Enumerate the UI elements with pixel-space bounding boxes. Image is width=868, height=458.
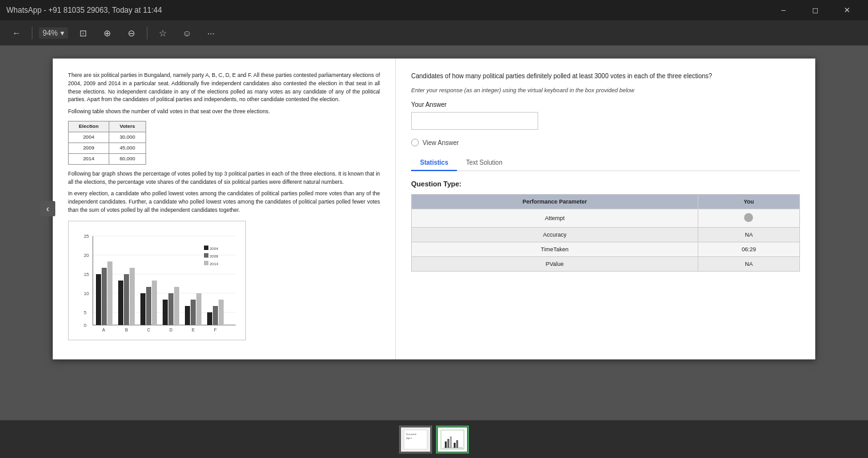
param-timetaken: TimeTaken (412, 242, 698, 257)
bar-e-2014 (196, 293, 201, 325)
paragraph4: In every election, a candidate who polle… (68, 190, 380, 214)
bar-c-2009 (146, 287, 151, 325)
fit-page-button[interactable]: ⊡ (74, 24, 92, 42)
titlebar-title: WhatsApp - +91 81035 29063, Today at 11:… (6, 6, 162, 15)
thumbnail-2[interactable] (436, 426, 469, 454)
svg-rect-19 (204, 246, 208, 250)
bar-a-2014 (107, 261, 112, 325)
bar-f-2009 (213, 306, 218, 325)
zoom-value: 94% (43, 29, 58, 38)
value-timetaken: 06:29 (698, 242, 799, 257)
svg-rect-23 (204, 261, 208, 265)
svg-text:Text content: Text content (406, 433, 416, 436)
zoom-chevron-icon: ▾ (60, 29, 64, 38)
bar-b-2004 (118, 281, 123, 325)
left-panel: There are six political parties in Bunga… (53, 59, 396, 359)
svg-text:A: A (102, 328, 105, 332)
svg-rect-28 (441, 430, 464, 449)
question-text: Candidates of how many political parties… (411, 71, 800, 81)
svg-text:C: C (147, 328, 150, 332)
bar-e-2004 (185, 306, 190, 325)
thumb-inner-1: Text content page 1 (401, 427, 430, 452)
question-type-label: Question Type: (411, 180, 800, 188)
svg-rect-29 (445, 441, 447, 448)
bar-a-2004 (96, 274, 101, 325)
toolbar-separator-2 (147, 27, 147, 39)
tab-text-solution[interactable]: Text Solution (457, 155, 511, 171)
zoom-control[interactable]: 94% ▾ (39, 27, 68, 39)
view-answer-button[interactable]: View Answer (411, 139, 459, 146)
value-attempt (698, 209, 799, 228)
table-row: Accuracy NA (412, 228, 800, 242)
zoom-out-button[interactable]: ⊖ (123, 24, 140, 42)
param-attempt: Attempt (412, 209, 698, 228)
bar-c-2014 (152, 281, 157, 325)
svg-rect-31 (450, 436, 452, 448)
election-table: Election Voters 2004 30,000 2009 45,000 (68, 121, 146, 165)
param-accuracy: Accuracy (412, 228, 698, 242)
bar-d-2009 (168, 293, 173, 325)
close-button[interactable]: ✕ (832, 0, 862, 20)
table-row: TimeTaken 06:29 (412, 242, 800, 257)
bar-c-2004 (140, 293, 146, 325)
svg-text:D: D (169, 328, 172, 332)
svg-rect-30 (447, 439, 449, 448)
table-row: 2009 45,000 (69, 142, 146, 153)
svg-text:2009: 2009 (210, 254, 219, 258)
svg-text:2014: 2014 (210, 262, 219, 266)
thumbnail-1[interactable]: Text content page 1 (399, 426, 432, 454)
svg-text:10: 10 (84, 291, 89, 296)
thumbnails-bar: Text content page 1 (0, 420, 868, 458)
view-answer-label: View Answer (423, 139, 459, 146)
bar-e-2009 (191, 300, 196, 325)
svg-text:25: 25 (84, 234, 89, 239)
thumb-svg-2 (440, 429, 465, 450)
paragraph3: Following bar graph shows the percentage… (68, 170, 380, 186)
right-panel: Candidates of how many political parties… (396, 59, 815, 359)
bar-b-2009 (124, 274, 129, 325)
minimize-button[interactable]: – (769, 0, 798, 20)
param-pvalue: PValue (412, 257, 698, 272)
svg-text:5: 5 (84, 310, 86, 315)
back-button[interactable]: ← (8, 24, 25, 42)
answer-label: Your Answer (411, 101, 800, 108)
emoji-button[interactable]: ☺ (178, 24, 196, 42)
table-header-voters: Voters (109, 121, 146, 132)
instruction-text: Enter your response (as an integer) usin… (411, 87, 800, 94)
thumb-svg-1: Text content page 1 (403, 429, 428, 450)
thumb-inner-2 (438, 427, 467, 452)
bar-chart: 25 20 15 10 5 0 (68, 221, 246, 340)
table-row: Attempt (412, 209, 800, 228)
stats-header-you: You (698, 195, 799, 209)
answer-input[interactable] (411, 112, 538, 130)
tabs: Statistics Text Solution (411, 155, 800, 171)
value-pvalue: NA (698, 257, 799, 272)
radio-icon (411, 139, 419, 146)
titlebar-right: – ◻ ✕ (769, 0, 862, 20)
paragraph1: There are six political parties in Bunga… (68, 71, 380, 104)
more-button[interactable]: ··· (202, 24, 220, 42)
svg-text:page 1: page 1 (406, 437, 412, 440)
tab-statistics[interactable]: Statistics (411, 155, 457, 171)
maximize-button[interactable]: ◻ (801, 0, 830, 20)
toolbar: ← 94% ▾ ⊡ ⊕ ⊖ ☆ ☺ ··· (0, 20, 868, 46)
value-accuracy: NA (698, 228, 799, 242)
svg-text:F: F (214, 328, 217, 332)
svg-rect-21 (204, 253, 208, 258)
zoom-in-button[interactable]: ⊕ (98, 24, 116, 42)
stats-header-param: Performance Parameter (412, 195, 698, 209)
svg-text:B: B (125, 328, 128, 332)
svg-text:2004: 2004 (210, 247, 219, 251)
bar-a-2009 (102, 268, 107, 325)
paragraph2: Following table shows the number of vali… (68, 108, 380, 116)
titlebar-left: WhatsApp - +91 81035 29063, Today at 11:… (6, 6, 162, 15)
stats-table: Performance Parameter You Attempt Accura… (411, 194, 800, 272)
table-row: 2014 60,000 (69, 153, 146, 164)
document-page: There are six political parties in Bunga… (53, 59, 815, 359)
titlebar: WhatsApp - +91 81035 29063, Today at 11:… (0, 0, 868, 20)
bookmark-button[interactable]: ☆ (154, 24, 172, 42)
svg-rect-33 (456, 440, 458, 448)
bar-d-2014 (174, 287, 179, 325)
svg-rect-32 (454, 443, 456, 448)
table-row: PValue NA (412, 257, 800, 272)
